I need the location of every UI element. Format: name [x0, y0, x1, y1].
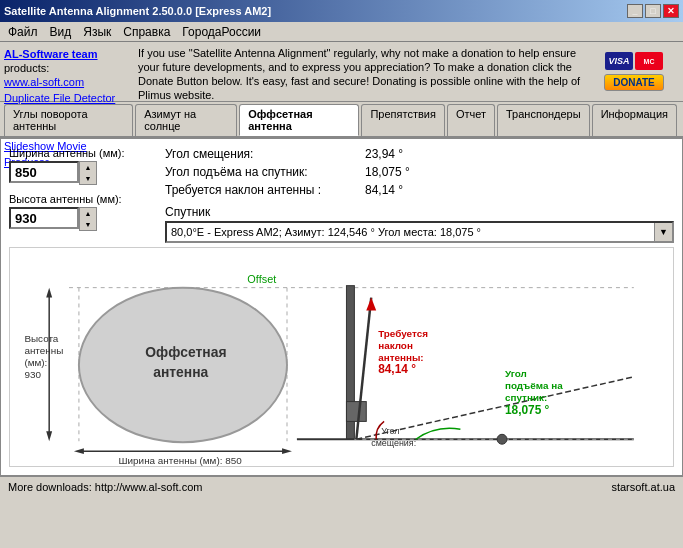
svg-text:наклон: наклон	[378, 340, 413, 351]
width-label: Ширина антенны (мм):	[9, 147, 149, 159]
visa-icon: VISA	[605, 52, 633, 70]
svg-text:спутник:: спутник:	[505, 392, 547, 403]
tilt-required-row: Требуется наклон антенны : 84,14 °	[165, 183, 674, 197]
tab-angles[interactable]: Углы поворота антенны	[4, 104, 133, 136]
tab-report[interactable]: Отчет	[447, 104, 495, 136]
width-spinner-group: 850 ▲ ▼	[9, 161, 149, 185]
svg-text:антенны: антенны	[24, 345, 63, 356]
offset-label: Offset	[247, 273, 276, 285]
angle-lift-label: Угол подъёма на спутник:	[165, 165, 365, 179]
status-left: More downloads: http://www.al-soft.com	[8, 481, 202, 493]
tilt-required-value: 84,14 °	[365, 183, 403, 197]
height-spinner-buttons: ▲ ▼	[79, 207, 97, 231]
mastercard-icon: MC	[635, 52, 663, 70]
tab-info[interactable]: Информация	[592, 104, 677, 136]
donate-column: VISA MC DONATE	[589, 46, 679, 97]
tab-azimuth-sun[interactable]: Азимут на солнце	[135, 104, 237, 136]
angle-lift-row: Угол подъёма на спутник: 18,075 °	[165, 165, 674, 179]
title-bar-buttons: _ □ ✕	[627, 4, 679, 18]
svg-rect-21	[346, 402, 366, 422]
width-down-button[interactable]: ▼	[80, 173, 96, 184]
menu-bar: Файл Вид Язык Справка ГородаРоссии	[0, 22, 683, 42]
links-column: AL-Software team products: www.al-soft.c…	[4, 46, 134, 97]
angle-offset-label: Угол смещения:	[165, 147, 365, 161]
content-area: Ширина антенны (мм): 850 ▲ ▼ Высота анте…	[0, 138, 683, 476]
close-button[interactable]: ✕	[663, 4, 679, 18]
tab-obstacles[interactable]: Препятствия	[361, 104, 444, 136]
team-link[interactable]: AL-Software team	[4, 46, 134, 62]
width-spinner-buttons: ▲ ▼	[79, 161, 97, 185]
height-down-button[interactable]: ▼	[80, 219, 96, 230]
svg-text:подъёма на: подъёма на	[505, 380, 563, 391]
svg-point-35	[497, 434, 507, 444]
minimize-button[interactable]: _	[627, 4, 643, 18]
svg-text:Ширина антенны (мм): 850: Ширина антенны (мм): 850	[119, 455, 243, 466]
diagram-area: Offset Высота антенны (мм): 930 Ширина а…	[9, 247, 674, 467]
height-up-button[interactable]: ▲	[80, 208, 96, 219]
maximize-button[interactable]: □	[645, 4, 661, 18]
svg-text:84,14 °: 84,14 °	[378, 362, 416, 376]
height-label: Высота антенны (мм):	[9, 193, 149, 205]
site-link[interactable]: www.al-soft.com	[4, 74, 134, 90]
svg-text:18,075 °: 18,075 °	[505, 403, 550, 417]
menu-cities[interactable]: ГородаРоссии	[176, 23, 267, 41]
angle-offset-row: Угол смещения: 23,94 °	[165, 147, 674, 161]
svg-text:антенна: антенна	[153, 364, 208, 380]
satellite-dropdown[interactable]: 80,0°E - Express AM2; Азимут: 124,546 ° …	[165, 221, 674, 243]
svg-text:Высота: Высота	[24, 333, 58, 344]
satellite-dropdown-arrow[interactable]: ▼	[654, 223, 672, 241]
angle-offset-value: 23,94 °	[365, 147, 403, 161]
right-info: Угол смещения: 23,94 ° Угол подъёма на с…	[165, 147, 674, 243]
menu-help[interactable]: Справка	[117, 23, 176, 41]
tab-transponders[interactable]: Транспондеры	[497, 104, 590, 136]
height-spinner-group: 930 ▲ ▼	[9, 207, 149, 231]
satellite-section: Спутник 80,0°E - Express AM2; Азимут: 12…	[165, 205, 674, 243]
width-input[interactable]: 850	[9, 161, 79, 183]
title-bar: Satellite Antenna Alignment 2.50.0.0 [Ex…	[0, 0, 683, 22]
status-bar: More downloads: http://www.al-soft.com s…	[0, 476, 683, 496]
description-text: If you use "Satellite Antenna Alignment"…	[134, 46, 589, 97]
donate-button[interactable]: DONATE	[604, 74, 663, 91]
svg-text:930: 930	[24, 369, 41, 380]
satellite-section-label: Спутник	[165, 205, 674, 219]
menu-file[interactable]: Файл	[2, 23, 44, 41]
form-section: Ширина антенны (мм): 850 ▲ ▼ Высота анте…	[9, 147, 674, 243]
status-right: starsoft.at.ua	[611, 481, 675, 493]
svg-text:(мм):: (мм):	[24, 357, 47, 368]
satellite-text: 80,0°E - Express AM2; Азимут: 124,546 ° …	[167, 226, 654, 238]
height-input[interactable]: 930	[9, 207, 79, 229]
angle-lift-value: 18,075 °	[365, 165, 410, 179]
products-label: products:	[4, 62, 49, 74]
antenna-diagram: Offset Высота антенны (мм): 930 Ширина а…	[10, 248, 673, 466]
payment-cards: VISA MC	[605, 52, 663, 70]
menu-view[interactable]: Вид	[44, 23, 78, 41]
svg-text:Угол: Угол	[381, 426, 399, 436]
svg-text:смещения:: смещения:	[371, 438, 416, 448]
svg-text:Угол: Угол	[505, 368, 527, 379]
menu-language[interactable]: Язык	[77, 23, 117, 41]
tab-offset-antenna[interactable]: Оффсетная антенна	[239, 104, 359, 136]
svg-text:Оффсетная: Оффсетная	[145, 344, 226, 360]
tabs-bar: Углы поворота антенны Азимут на солнце О…	[0, 102, 683, 138]
width-up-button[interactable]: ▲	[80, 162, 96, 173]
header-area: AL-Software team products: www.al-soft.c…	[0, 42, 683, 102]
tilt-required-label: Требуется наклон антенны :	[165, 183, 365, 197]
window-title: Satellite Antenna Alignment 2.50.0.0 [Ex…	[4, 5, 271, 17]
left-form: Ширина антенны (мм): 850 ▲ ▼ Высота анте…	[9, 147, 149, 243]
svg-text:Требуется: Требуется	[378, 328, 428, 339]
